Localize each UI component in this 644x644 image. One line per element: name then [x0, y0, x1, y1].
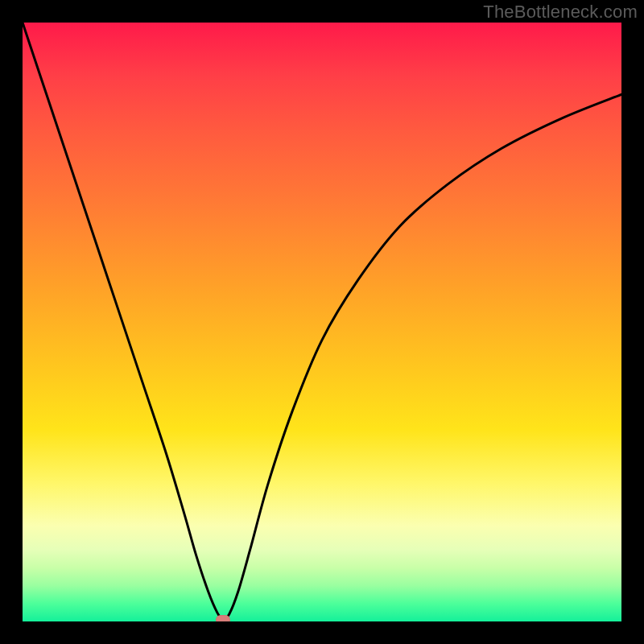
chart-frame: TheBottleneck.com: [0, 0, 644, 644]
bottleneck-curve: [23, 23, 621, 621]
watermark-text: TheBottleneck.com: [483, 2, 638, 23]
optimal-marker: [216, 615, 230, 621]
bottleneck-curve-path: [23, 23, 621, 620]
plot-area: [23, 23, 621, 621]
